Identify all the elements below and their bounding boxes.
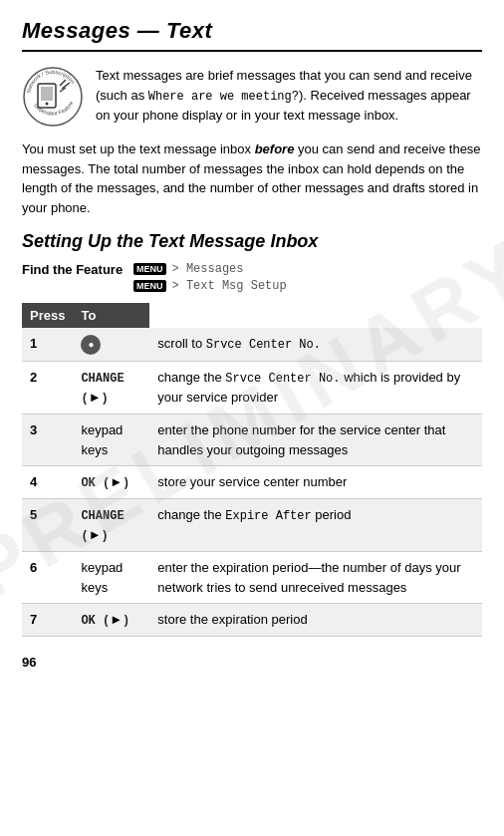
row3-num: 3 (22, 415, 73, 466)
row1-press: ● (73, 328, 149, 362)
svg-line-4 (60, 80, 66, 86)
intro-text: Text messages are brief messages that yo… (96, 66, 482, 128)
menu-icon-1: MENU (133, 263, 166, 275)
table-row: 6 keypad keys enter the expiration perio… (22, 552, 482, 604)
menu-icon-2: MENU (133, 280, 166, 292)
row5-num: 5 (22, 499, 73, 552)
find-path-1: > Messages (172, 262, 244, 276)
page-number: 96 (22, 655, 482, 670)
table-col-press: Press (22, 303, 73, 328)
row6-to: enter the expiration period—the number o… (149, 552, 482, 604)
row5-to: change the Expire After period (149, 499, 482, 552)
row6-press: keypad keys (73, 552, 149, 604)
table-row: 5 CHANGE (►) change the Expire After per… (22, 499, 482, 552)
page-title: Messages — Text (22, 18, 482, 52)
svg-rect-2 (41, 87, 53, 101)
body-text: You must set up the text message inbox b… (22, 139, 482, 217)
row2-code: Srvce Center No. (225, 372, 340, 386)
row5-code: Expire After (225, 509, 311, 523)
row2-num: 2 (22, 362, 73, 415)
row4-press: OK (►) (73, 466, 149, 499)
row1-num: 1 (22, 328, 73, 362)
row7-to: store the expiration period (149, 604, 482, 637)
row4-to: store your service center number (149, 466, 482, 499)
table-row: 1 ● scroll to Srvce Center No. (22, 328, 482, 362)
find-feature-label: Find the Feature (22, 262, 129, 277)
row7-num: 7 (22, 604, 73, 637)
section-title: Setting Up the Text Message Inbox (22, 231, 482, 252)
row4-num: 4 (22, 466, 73, 499)
row7-press: OK (►) (73, 604, 149, 637)
svg-point-3 (46, 103, 49, 106)
row3-to: enter the phone number for the service c… (149, 415, 482, 466)
row3-press: keypad keys (73, 415, 149, 466)
row2-to: change the Srvce Center No. which is pro… (149, 362, 482, 415)
network-icon: Network / Subscription Dependent Feature (22, 66, 84, 128)
table-row: 3 keypad keys enter the phone number for… (22, 415, 482, 466)
row6-num: 6 (22, 552, 73, 604)
find-feature-block: Find the Feature MENU > Messages MENU > … (22, 262, 482, 293)
intro-example-code: Where are we meeting? (148, 90, 299, 104)
row1-code: Srvce Center No. (206, 338, 321, 352)
find-path-2: > Text Msg Setup (172, 279, 287, 293)
row2-press: CHANGE (►) (73, 362, 149, 415)
row5-press: CHANGE (►) (73, 499, 149, 552)
row1-to: scroll to Srvce Center No. (149, 328, 482, 362)
table-row: 7 OK (►) store the expiration period (22, 604, 482, 637)
table-row: 4 OK (►) store your service center numbe… (22, 466, 482, 499)
table-row: 2 CHANGE (►) change the Srvce Center No.… (22, 362, 482, 415)
table-col-to: To (73, 303, 149, 328)
scroll-icon: ● (81, 335, 101, 355)
